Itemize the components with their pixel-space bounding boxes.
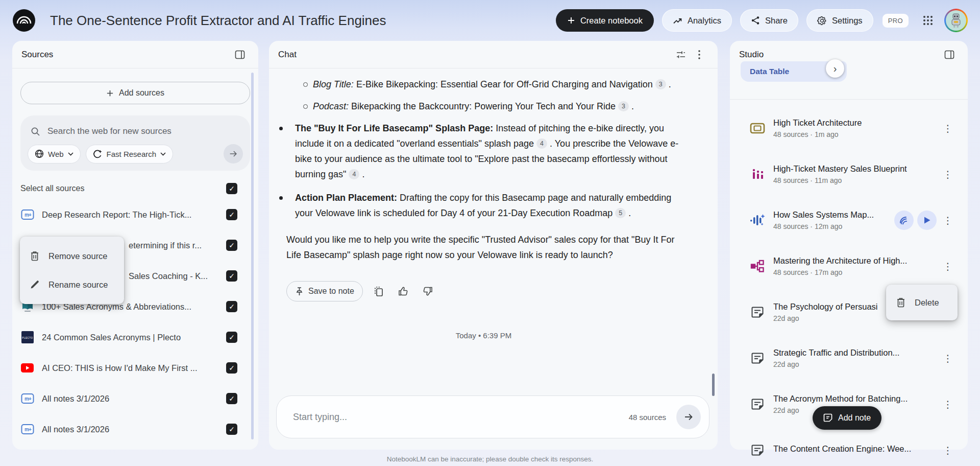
notebooklm-logo-icon[interactable] (12, 9, 36, 32)
copy-icon[interactable] (370, 283, 387, 300)
studio-divider (730, 99, 968, 100)
studio-item[interactable]: High Ticket Architecture 48 sources · 1m… (730, 105, 968, 151)
thumb-up-icon[interactable] (395, 283, 412, 300)
chat-timestamp: Today • 6:39 PM (286, 328, 681, 343)
web-search-input[interactable] (46, 126, 240, 137)
notebook-title[interactable]: The One-Sentence Profit Extractor and AI… (50, 13, 386, 29)
arrow-right-icon (229, 149, 238, 158)
hand-wave-icon (899, 215, 909, 225)
settings-button[interactable]: Settings (806, 9, 873, 32)
source-row[interactable]: AI CEO: THIS is How I'd Make My First ..… (20, 353, 250, 383)
play-audio-button[interactable] (917, 211, 937, 230)
youtube-icon (20, 363, 34, 372)
flashcards-icon (749, 122, 766, 134)
add-note-button[interactable]: Add note (813, 406, 881, 430)
expand-studio-panel-icon[interactable] (940, 45, 959, 64)
audio-waveform-icon (749, 213, 766, 227)
delete-menu-item[interactable]: Delete (886, 290, 958, 315)
search-submit-button[interactable] (224, 144, 243, 164)
google-apps-grid-icon[interactable] (919, 11, 937, 30)
chat-panel: Chat Blog Title: E-Bike Bikepacking: Ess… (269, 41, 718, 450)
chat-bullet: The "Buy It For Life Basecamp" Splash Pa… (279, 121, 681, 182)
source-checkbox[interactable]: ✓ (226, 240, 237, 251)
note-icon (749, 398, 766, 411)
source-row[interactable]: PLECTO 24 Common Sales Acronyms | Plecto… (20, 322, 250, 353)
sources-scrollbar[interactable] (251, 73, 254, 439)
chat-bullet: Action Plan Placement: Drafting the copy… (279, 190, 681, 221)
chevron-down-icon (160, 152, 166, 156)
sources-panel-title: Sources (21, 50, 53, 60)
studio-item-more-icon[interactable]: ⋮ (940, 121, 955, 136)
studio-item[interactable]: Strategic Traffic and Distribution... 22… (730, 335, 968, 381)
svg-text:PLECTO: PLECTO (22, 337, 33, 339)
chat-input-bar: 48 sources (276, 395, 709, 438)
search-icon (31, 127, 40, 136)
studio-item-more-icon[interactable]: ⋮ (940, 213, 955, 228)
source-row[interactable]: m+ Deep Research Report: The High-Tick..… (20, 199, 250, 230)
source-checkbox[interactable]: ✓ (226, 332, 237, 343)
save-to-note-button[interactable]: Save to note (286, 281, 363, 301)
mind-map-icon (749, 260, 766, 273)
citation-chip[interactable]: 3 (618, 101, 629, 111)
remove-source-menu-item[interactable]: Remove source (20, 242, 124, 270)
create-notebook-button[interactable]: Create notebook (556, 9, 654, 32)
user-avatar[interactable] (944, 9, 968, 32)
chat-input[interactable] (292, 411, 629, 423)
play-icon (923, 216, 931, 224)
studio-item-more-icon[interactable]: ⋮ (940, 259, 955, 274)
plus-icon (567, 16, 575, 25)
select-all-sources-row: Select all sources ✓ (20, 183, 250, 194)
send-message-button[interactable] (676, 405, 701, 429)
notebooklm-app: The One-Sentence Profit Extractor and AI… (0, 0, 980, 466)
note-source-icon: m+ (20, 424, 34, 435)
citation-chip[interactable]: 3 (655, 79, 666, 89)
note-icon (749, 306, 766, 319)
studio-item[interactable]: Mastering the Architecture of High... 48… (730, 243, 968, 289)
source-count-label: 48 sources (629, 413, 666, 422)
source-checkbox[interactable]: ✓ (226, 424, 237, 435)
studio-item-more-icon[interactable]: ⋮ (940, 397, 955, 412)
add-sources-button[interactable]: Add sources (20, 82, 250, 104)
share-button[interactable]: Share (740, 9, 798, 32)
svg-text:+: + (29, 427, 32, 432)
collapse-sources-panel-icon[interactable] (231, 45, 249, 64)
chat-scrollbar[interactable] (712, 374, 715, 396)
thumb-down-icon[interactable] (419, 283, 436, 300)
citation-chip[interactable]: 4 (536, 138, 547, 149)
rename-source-menu-item[interactable]: Rename source (20, 270, 124, 299)
chat-paragraph: Would you like me to help you write the … (286, 232, 681, 263)
source-row[interactable]: m+ All notes 3/1/2026 ✓ (20, 383, 250, 414)
chip-scroll-right-button[interactable]: › (826, 59, 844, 78)
research-mode-dropdown[interactable]: Fast Research (86, 145, 174, 164)
source-checkbox[interactable]: ✓ (226, 362, 237, 374)
chat-settings-icon[interactable] (672, 45, 690, 64)
chat-sub-bullet: Podcast: Bikepacking the Backcountry: Po… (286, 99, 681, 114)
studio-item-more-icon[interactable]: ⋮ (940, 167, 955, 182)
select-all-checkbox[interactable]: ✓ (226, 183, 237, 194)
interactive-mode-button[interactable] (894, 211, 914, 230)
source-checkbox[interactable]: ✓ (226, 209, 237, 220)
citation-chip[interactable]: 5 (615, 208, 626, 218)
trash-icon (30, 250, 40, 262)
source-checkbox[interactable]: ✓ (226, 270, 237, 282)
source-context-menu: Remove source Rename source (20, 237, 124, 304)
note-source-icon: m+ (20, 209, 34, 220)
citation-chip[interactable]: 4 (349, 169, 359, 179)
source-row[interactable]: m+ All notes 3/1/2026 ✓ (20, 414, 250, 445)
source-checkbox[interactable]: ✓ (226, 393, 237, 404)
globe-icon (35, 149, 44, 158)
analytics-button[interactable]: Analytics (662, 9, 732, 32)
app-header: The One-Sentence Profit Extractor and AI… (0, 0, 980, 41)
studio-item[interactable]: How Sales Systems Map... 48 sources · 12… (730, 197, 968, 243)
note-plus-icon (823, 413, 832, 423)
share-icon (751, 16, 760, 25)
chat-more-options-icon[interactable] (690, 45, 708, 64)
source-checkbox[interactable]: ✓ (226, 301, 237, 312)
chat-panel-title: Chat (278, 50, 297, 60)
studio-item-more-icon[interactable]: ⋮ (940, 351, 955, 366)
studio-item[interactable]: High-Ticket Mastery Sales Blueprint 48 s… (730, 151, 968, 197)
pushpin-icon (295, 287, 304, 296)
web-filter-dropdown[interactable]: Web (28, 145, 81, 164)
trash-icon (896, 297, 906, 308)
plus-icon (106, 89, 114, 97)
